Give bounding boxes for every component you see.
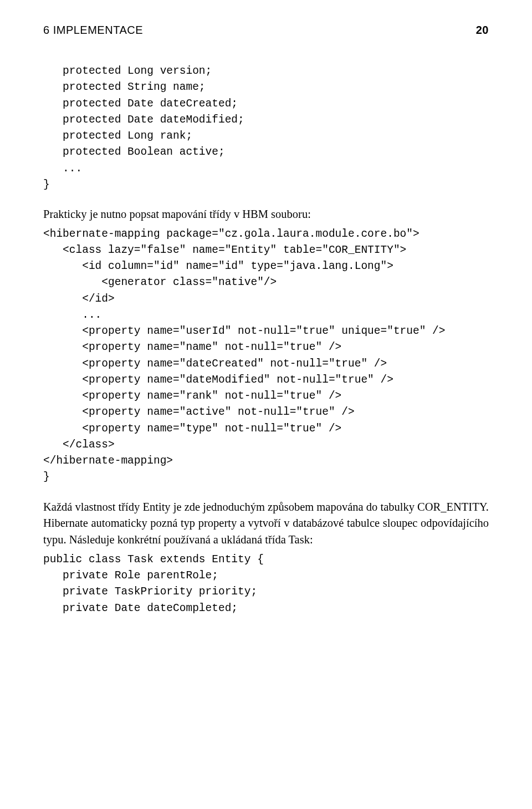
- code-block-2: <hibernate-mapping package="cz.gola.laur…: [43, 226, 489, 486]
- code-block-3: public class Task extends Entity { priva…: [43, 552, 489, 617]
- section-title: 6 IMPLEMENTACE: [43, 22, 143, 38]
- page-header: 6 IMPLEMENTACE 20: [43, 22, 489, 38]
- code-block-1: protected Long version; protected String…: [43, 63, 489, 193]
- paragraph-1: Prakticky je nutno popsat mapování třídy…: [43, 206, 489, 223]
- page-number: 20: [476, 22, 489, 38]
- paragraph-2: Každá vlastnost třídy Entity je zde jedn…: [43, 499, 489, 548]
